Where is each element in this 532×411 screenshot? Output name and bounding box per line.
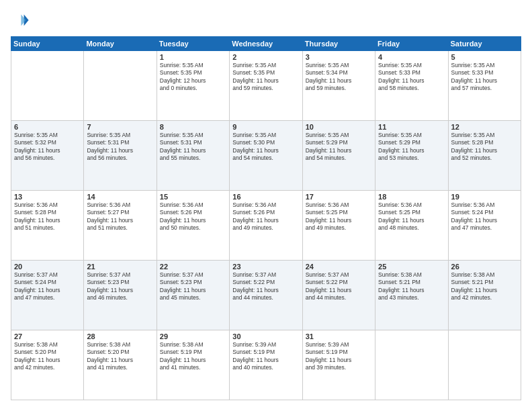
calendar-cell: 24Sunrise: 5:37 AM Sunset: 5:22 PM Dayli… (302, 261, 375, 330)
calendar-cell: 2Sunrise: 5:35 AM Sunset: 5:35 PM Daylig… (230, 51, 302, 121)
cell-info: Sunrise: 5:38 AM Sunset: 5:20 PM Dayligh… (14, 341, 81, 372)
cell-info: Sunrise: 5:36 AM Sunset: 5:26 PM Dayligh… (160, 201, 226, 232)
cell-info: Sunrise: 5:35 AM Sunset: 5:32 PM Dayligh… (14, 132, 81, 163)
day-number: 13 (14, 193, 81, 201)
day-number: 8 (160, 123, 226, 131)
day-number: 22 (160, 263, 226, 271)
calendar-cell: 13Sunrise: 5:36 AM Sunset: 5:28 PM Dayli… (11, 191, 84, 261)
calendar-cell: 15Sunrise: 5:36 AM Sunset: 5:26 PM Dayli… (157, 191, 229, 261)
calendar-cell: 7Sunrise: 5:35 AM Sunset: 5:31 PM Daylig… (84, 121, 157, 191)
calendar-cell: 16Sunrise: 5:36 AM Sunset: 5:26 PM Dayli… (230, 191, 302, 261)
day-number: 18 (378, 193, 445, 201)
calendar-cell: 10Sunrise: 5:35 AM Sunset: 5:29 PM Dayli… (302, 121, 375, 191)
calendar-body: 1Sunrise: 5:35 AM Sunset: 5:35 PM Daylig… (11, 51, 521, 400)
day-number: 29 (160, 332, 226, 340)
cell-info: Sunrise: 5:35 AM Sunset: 5:35 PM Dayligh… (160, 62, 226, 93)
cell-info: Sunrise: 5:36 AM Sunset: 5:25 PM Dayligh… (378, 201, 445, 232)
page: SundayMondayTuesdayWednesdayThursdayFrid… (0, 0, 532, 411)
day-number: 2 (232, 53, 299, 61)
day-number: 21 (87, 263, 153, 271)
weekday-header: Wednesday (230, 37, 302, 51)
day-number: 16 (232, 193, 299, 201)
calendar-cell: 29Sunrise: 5:38 AM Sunset: 5:19 PM Dayli… (157, 330, 229, 400)
cell-info: Sunrise: 5:37 AM Sunset: 5:22 PM Dayligh… (232, 271, 299, 302)
logo-icon (11, 11, 30, 30)
weekday-header: Friday (375, 37, 448, 51)
cell-info: Sunrise: 5:35 AM Sunset: 5:30 PM Dayligh… (232, 132, 299, 163)
calendar-cell: 5Sunrise: 5:35 AM Sunset: 5:33 PM Daylig… (448, 51, 521, 121)
calendar-cell: 31Sunrise: 5:39 AM Sunset: 5:19 PM Dayli… (302, 330, 375, 400)
calendar-cell: 22Sunrise: 5:37 AM Sunset: 5:23 PM Dayli… (157, 261, 229, 330)
calendar-cell: 27Sunrise: 5:38 AM Sunset: 5:20 PM Dayli… (11, 330, 84, 400)
cell-info: Sunrise: 5:35 AM Sunset: 5:29 PM Dayligh… (378, 132, 445, 163)
calendar-cell: 17Sunrise: 5:36 AM Sunset: 5:25 PM Dayli… (302, 191, 375, 261)
day-number: 23 (232, 263, 299, 271)
calendar-week: 6Sunrise: 5:35 AM Sunset: 5:32 PM Daylig… (11, 121, 521, 191)
calendar-cell: 19Sunrise: 5:36 AM Sunset: 5:24 PM Dayli… (448, 191, 521, 261)
day-number: 31 (306, 332, 372, 340)
day-number: 26 (451, 263, 518, 271)
day-number: 30 (232, 332, 299, 340)
day-number: 12 (451, 123, 518, 131)
calendar-cell: 4Sunrise: 5:35 AM Sunset: 5:33 PM Daylig… (375, 51, 448, 121)
day-number: 7 (87, 123, 153, 131)
cell-info: Sunrise: 5:36 AM Sunset: 5:28 PM Dayligh… (14, 201, 81, 232)
calendar-cell: 14Sunrise: 5:36 AM Sunset: 5:27 PM Dayli… (84, 191, 157, 261)
calendar-cell: 1Sunrise: 5:35 AM Sunset: 5:35 PM Daylig… (157, 51, 229, 121)
day-number: 4 (378, 53, 445, 61)
day-number: 11 (378, 123, 445, 131)
calendar-cell: 30Sunrise: 5:39 AM Sunset: 5:19 PM Dayli… (230, 330, 302, 400)
calendar-week: 27Sunrise: 5:38 AM Sunset: 5:20 PM Dayli… (11, 330, 521, 400)
day-number: 14 (87, 193, 153, 201)
cell-info: Sunrise: 5:36 AM Sunset: 5:27 PM Dayligh… (87, 201, 153, 232)
day-number: 1 (160, 53, 226, 61)
calendar-cell: 9Sunrise: 5:35 AM Sunset: 5:30 PM Daylig… (230, 121, 302, 191)
cell-info: Sunrise: 5:36 AM Sunset: 5:24 PM Dayligh… (451, 201, 518, 232)
calendar-cell: 3Sunrise: 5:35 AM Sunset: 5:34 PM Daylig… (302, 51, 375, 121)
calendar-cell: 12Sunrise: 5:35 AM Sunset: 5:28 PM Dayli… (448, 121, 521, 191)
day-number: 3 (306, 53, 372, 61)
cell-info: Sunrise: 5:38 AM Sunset: 5:21 PM Dayligh… (451, 271, 518, 302)
calendar-cell: 18Sunrise: 5:36 AM Sunset: 5:25 PM Dayli… (375, 191, 448, 261)
weekday-header: Tuesday (157, 37, 229, 51)
weekday-row: SundayMondayTuesdayWednesdayThursdayFrid… (11, 37, 521, 51)
weekday-header: Sunday (11, 37, 84, 51)
calendar-cell: 20Sunrise: 5:37 AM Sunset: 5:24 PM Dayli… (11, 261, 84, 330)
cell-info: Sunrise: 5:35 AM Sunset: 5:34 PM Dayligh… (306, 62, 372, 93)
cell-info: Sunrise: 5:37 AM Sunset: 5:22 PM Dayligh… (306, 271, 372, 302)
calendar-cell: 6Sunrise: 5:35 AM Sunset: 5:32 PM Daylig… (11, 121, 84, 191)
cell-info: Sunrise: 5:35 AM Sunset: 5:28 PM Dayligh… (451, 132, 518, 163)
weekday-header: Monday (84, 37, 157, 51)
day-number: 28 (87, 332, 153, 340)
cell-info: Sunrise: 5:39 AM Sunset: 5:19 PM Dayligh… (306, 341, 372, 372)
calendar-cell: 25Sunrise: 5:38 AM Sunset: 5:21 PM Dayli… (375, 261, 448, 330)
cell-info: Sunrise: 5:35 AM Sunset: 5:29 PM Dayligh… (306, 132, 372, 163)
logo (11, 11, 32, 30)
cell-info: Sunrise: 5:35 AM Sunset: 5:33 PM Dayligh… (451, 62, 518, 93)
day-number: 25 (378, 263, 445, 271)
cell-info: Sunrise: 5:38 AM Sunset: 5:21 PM Dayligh… (378, 271, 445, 302)
calendar-cell: 26Sunrise: 5:38 AM Sunset: 5:21 PM Dayli… (448, 261, 521, 330)
calendar-week: 13Sunrise: 5:36 AM Sunset: 5:28 PM Dayli… (11, 191, 521, 261)
day-number: 20 (14, 263, 81, 271)
cell-info: Sunrise: 5:37 AM Sunset: 5:23 PM Dayligh… (87, 271, 153, 302)
calendar-cell (84, 51, 157, 121)
cell-info: Sunrise: 5:37 AM Sunset: 5:24 PM Dayligh… (14, 271, 81, 302)
calendar-cell (448, 330, 521, 400)
day-number: 15 (160, 193, 226, 201)
day-number: 17 (306, 193, 372, 201)
day-number: 9 (232, 123, 299, 131)
calendar-week: 1Sunrise: 5:35 AM Sunset: 5:35 PM Daylig… (11, 51, 521, 121)
day-number: 5 (451, 53, 518, 61)
day-number: 6 (14, 123, 81, 131)
calendar-header: SundayMondayTuesdayWednesdayThursdayFrid… (11, 37, 521, 51)
calendar-cell (375, 330, 448, 400)
cell-info: Sunrise: 5:38 AM Sunset: 5:20 PM Dayligh… (87, 341, 153, 372)
calendar-week: 20Sunrise: 5:37 AM Sunset: 5:24 PM Dayli… (11, 261, 521, 330)
day-number: 27 (14, 332, 81, 340)
cell-info: Sunrise: 5:38 AM Sunset: 5:19 PM Dayligh… (160, 341, 226, 372)
day-number: 19 (451, 193, 518, 201)
weekday-header: Thursday (302, 37, 375, 51)
calendar-cell: 11Sunrise: 5:35 AM Sunset: 5:29 PM Dayli… (375, 121, 448, 191)
cell-info: Sunrise: 5:39 AM Sunset: 5:19 PM Dayligh… (232, 341, 299, 372)
